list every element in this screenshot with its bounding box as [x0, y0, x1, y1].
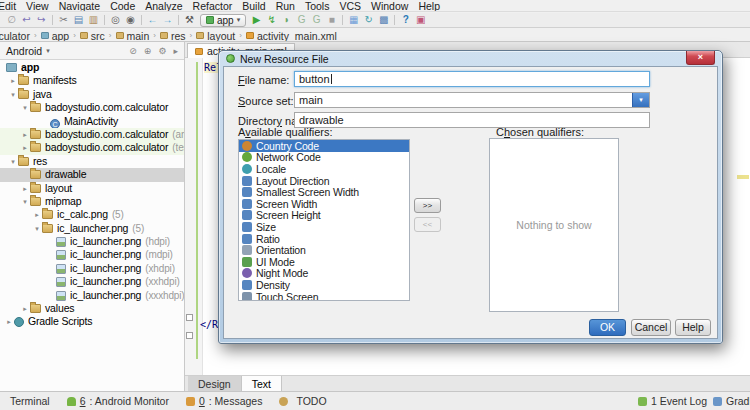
tab-text[interactable]: Text [242, 376, 282, 391]
menu-analyze[interactable]: Analyze [140, 0, 187, 12]
expand-arrow-icon[interactable]: ▸ [8, 74, 18, 87]
tree-row-mipmap[interactable]: ▾mipmap [0, 195, 184, 208]
qualifier-layout-direction[interactable]: Layout Direction [239, 175, 409, 187]
stop-icon[interactable]: ■ [324, 13, 339, 27]
undo-icon[interactable]: ↩ [19, 13, 34, 27]
qualifier-network-code[interactable]: Network Code [239, 152, 409, 164]
expand-arrow-icon[interactable]: ▾ [32, 222, 42, 235]
expand-arrow-icon[interactable]: ▾ [8, 88, 18, 101]
tree-row-ic-launcher-xxxhdpi[interactable]: ic_launcher.png(xxxhdpi) [0, 289, 184, 302]
debug-icon[interactable]: ◗ [279, 13, 294, 27]
expand-arrow-icon[interactable]: ▸ [4, 315, 14, 328]
breadcrumb-main[interactable]: main [114, 30, 152, 42]
coverage-icon[interactable]: G [294, 13, 309, 27]
tree-row-java[interactable]: ▾java [0, 88, 184, 101]
file-name-field[interactable]: button [294, 71, 650, 87]
qualifier-smallest-screen-width[interactable]: Smallest Screen Width [239, 186, 409, 198]
tree-row-ic-launcher-xxhdpi[interactable]: ic_launcher.png(xxhdpi) [0, 275, 184, 288]
statusbar-todo[interactable]: TODO [279, 395, 326, 407]
forward-icon[interactable]: → [160, 13, 175, 27]
qualifier-country-code[interactable]: Country Code [239, 140, 409, 152]
run-icon[interactable]: ▶ [249, 13, 264, 27]
menu-refactor[interactable]: Refactor [188, 0, 238, 12]
qualifier-ui-mode[interactable]: UI Mode [239, 256, 409, 268]
tree-row-app[interactable]: app [0, 61, 184, 74]
help-button[interactable]: Help [675, 319, 711, 336]
qualifier-orientation[interactable]: Orientation [239, 244, 409, 256]
qualifier-night-mode[interactable]: Night Mode [239, 268, 409, 280]
sync-project-icon[interactable]: ↻ [361, 13, 376, 27]
tree-row-res[interactable]: ▾res [0, 155, 184, 168]
breadcrumb-app[interactable]: app [39, 30, 72, 42]
expand-arrow-icon[interactable]: ▸ [20, 182, 30, 195]
menu-code[interactable]: Code [105, 0, 140, 12]
replace-icon[interactable]: ◉ [123, 13, 138, 27]
tree-row-ic-calc[interactable]: ▸ic_calc.png(5) [0, 208, 184, 221]
qualifier-locale[interactable]: Locale [239, 163, 409, 175]
tree-row-package-androidtest[interactable]: ▸badoystudio.com.calculator(androidTest) [0, 128, 184, 141]
tree-row-manifests[interactable]: ▸manifests [0, 74, 184, 87]
settings-icon[interactable]: ⚙ [158, 46, 166, 56]
menu-view[interactable]: View [21, 0, 54, 12]
apply-changes-icon[interactable]: ↯ [264, 13, 279, 27]
ok-button[interactable]: OK [589, 319, 626, 336]
expand-arrow-icon[interactable]: ▸ [20, 302, 30, 315]
statusbar-event-log[interactable]: 1 Event Log [638, 395, 707, 407]
collapse-all-icon[interactable]: ⊘ [129, 46, 137, 56]
menu-window[interactable]: Window [366, 0, 413, 12]
qualifier-size[interactable]: Size [239, 221, 409, 233]
chevron-down-icon[interactable]: ▼ [632, 93, 649, 107]
expand-arrow-icon[interactable]: ▸ [20, 128, 30, 141]
tree-row-package[interactable]: ▾badoystudio.com.calculator [0, 101, 184, 114]
project-view-selector[interactable]: Android [6, 45, 42, 57]
redo-icon[interactable]: ↪ [34, 13, 49, 27]
back-icon[interactable]: ← [145, 13, 160, 27]
help-icon[interactable]: ? [398, 13, 413, 27]
cancel-button[interactable]: Cancel [631, 319, 671, 336]
tree-row-drawable[interactable]: drawable [0, 168, 184, 181]
tree-row-ic-launcher-mdpi[interactable]: ic_launcher.png(mdpi) [0, 248, 184, 261]
qualifier-touch-screen[interactable]: Touch Screen [239, 291, 409, 301]
qualifier-screen-height[interactable]: Screen Height [239, 210, 409, 222]
expand-arrow-icon[interactable]: ▸ [20, 141, 30, 154]
expand-arrow-icon[interactable]: ▾ [20, 195, 30, 208]
expand-arrow-icon[interactable]: ▸ [32, 208, 42, 221]
android-monitor-icon[interactable]: ▦ [346, 13, 361, 27]
fold-marker-icon[interactable] [186, 332, 193, 339]
breadcrumb-layout[interactable]: layout [194, 30, 237, 42]
expand-arrow-icon[interactable]: ▾ [8, 155, 18, 168]
layout-inspector-icon[interactable]: ▩ [376, 13, 391, 27]
qualifier-ratio[interactable]: Ratio [239, 233, 409, 245]
close-icon[interactable]: × [686, 51, 715, 65]
statusbar-android-monitor[interactable]: 6: Android Monitor [67, 395, 169, 407]
menu-edit[interactable]: Edit [0, 0, 21, 12]
menu-help[interactable]: Help [413, 0, 445, 12]
dialog-title-bar[interactable]: New Resource File [219, 51, 722, 66]
fold-marker-icon[interactable] [186, 314, 193, 321]
warning-stripe-mark[interactable] [737, 175, 749, 179]
hide-panel-icon[interactable]: ▸ [173, 46, 178, 56]
tree-row-mainactivity[interactable]: CMainActivity [0, 115, 184, 128]
tree-row-ic-launcher-hdpi[interactable]: ic_launcher.png(hdpi) [0, 235, 184, 248]
tree-row-ic-launcher-xhdpi[interactable]: ic_launcher.png(xhdpi) [0, 262, 184, 275]
breadcrumb-src[interactable]: src [78, 30, 107, 42]
tab-design[interactable]: Design [188, 376, 242, 391]
remove-qualifier-button[interactable]: << [414, 217, 441, 232]
open-icon[interactable]: ∅ [4, 13, 19, 27]
tree-row-package-test[interactable]: ▸badoystudio.com.calculator(test) [0, 141, 184, 154]
menu-vcs[interactable]: VCS [334, 0, 366, 12]
menu-navigate[interactable]: Navigate [54, 0, 105, 12]
statusbar-messages[interactable]: 0: Messages [186, 395, 263, 407]
attach-profiler-icon[interactable]: G [309, 13, 324, 27]
cut-icon[interactable]: ✂ [56, 13, 71, 27]
menu-build[interactable]: Build [237, 0, 270, 12]
breadcrumb-res[interactable]: res [158, 30, 188, 42]
tree-row-layout[interactable]: ▸layout [0, 182, 184, 195]
build-icon[interactable]: ⚒ [182, 13, 197, 27]
statusbar-gradle-console[interactable]: Gradle Conso [713, 395, 750, 407]
source-set-combo[interactable]: main▼ [294, 92, 650, 108]
menu-run[interactable]: Run [271, 0, 300, 12]
breadcrumb-file[interactable]: activity_main.xml [244, 30, 339, 42]
expand-arrow-icon[interactable]: ▾ [20, 101, 30, 114]
tree-row-gradle-scripts[interactable]: ▸Gradle Scripts [0, 315, 184, 328]
